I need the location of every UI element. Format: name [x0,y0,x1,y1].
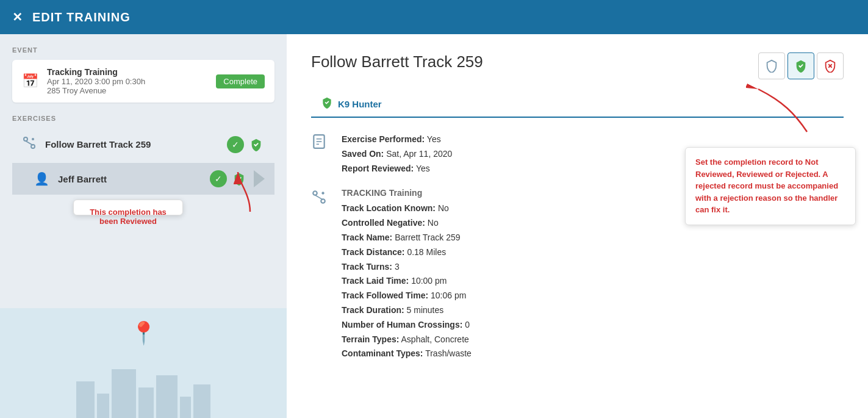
sidebar: EVENT 📅 Tracking Training Apr 11, 2020 3… [0,34,287,418]
content-title: Follow Barrett Track 259 [311,52,483,71]
svg-point-2 [32,138,34,140]
tooltip-reviewed: This completion has been Reviewed [73,200,183,215]
controlled-negative-line: Controlled Negative: No [342,216,472,231]
exercise-shield-button[interactable] [248,136,265,153]
rejected-button[interactable] [817,52,844,79]
event-address: 285 Troy Avenue [47,86,216,95]
svg-point-14 [321,192,324,195]
report-reviewed-label: Report Reviewed: [342,164,414,173]
event-name: Tracking Training [47,67,216,77]
exercise-performed-line: Exercise Performed: Yes [342,132,452,147]
exercise-row-main[interactable]: Follow Barrett Track 259 ✓ [12,128,274,160]
event-date: Apr 11, 2020 3:00 pm 0:30h [47,77,216,86]
exercise-check-button[interactable]: ✓ [227,136,244,153]
exercise-name: Follow Barrett Track 259 [45,139,227,150]
close-button[interactable]: ✕ [12,10,23,24]
calendar-icon: 📅 [22,73,38,89]
track-distance-line: Track Distance: 0.18 Miles [342,245,472,260]
tracking-info-content: TRACKING Training Track Location Known: … [342,188,472,361]
saved-on-line: Saved On: Sat, Apr 11, 2020 [342,147,452,162]
tooltip-review-info: Set the completion record to Not Reviewe… [685,147,856,225]
map-pin-icon: 📍 [130,320,157,346]
person-icon: 👤 [34,171,49,186]
tracking-icon [311,189,329,209]
exercise-track-icon [22,135,37,153]
document-icon [311,134,329,153]
track-location-line: Track Location Known: No [342,201,472,216]
tab-label: K9 Hunter [338,99,382,109]
arrow-annotation-right [746,83,831,144]
saved-on-value: Sat, Apr 11, 2020 [386,149,452,159]
content-area: Follow Barrett Track 259 [287,34,868,418]
reviewed-button[interactable] [787,52,814,79]
map-buildings [76,369,210,418]
exercise-performed-label: Exercise Performed: [342,134,425,144]
event-section-label: EVENT [12,46,274,54]
track-duration-line: Track Duration: 5 minutes [342,303,472,318]
tab-k9hunter[interactable]: K9 Hunter [311,92,392,117]
track-name-line: Track Name: Barrett Track 259 [342,231,472,245]
sub-exercise-check-button[interactable]: ✓ [210,170,227,187]
track-turns-line: Track Turns: 3 [342,260,472,275]
arrow-annotation-left [232,169,268,218]
svg-point-12 [313,192,317,196]
human-crossings-line: Number of Human Crossings: 0 [342,318,472,333]
track-laid-time-line: Track Laid Time: 10:00 pm [342,274,472,289]
exercise-performed-value: Yes [427,134,441,144]
sub-exercise-name: Jeff Barrett [58,174,210,184]
header: ✕ EDIT TRAINING [0,0,868,34]
page-title: EDIT TRAINING [32,10,131,24]
event-info: Tracking Training Apr 11, 2020 3:00 pm 0… [47,67,216,95]
tab-shield-icon [321,96,333,112]
track-followed-time-line: Track Followed Time: 10:06 pm [342,289,472,303]
svg-point-0 [24,137,27,141]
terrain-types-line: Terrain Types: Asphalt, Concrete [342,333,472,347]
svg-line-3 [26,141,33,145]
exercises-section-label: EXERCISES [12,115,274,122]
content-header: Follow Barrett Track 259 [311,52,844,79]
tracking-section-title: TRACKING Training [342,188,472,198]
review-buttons-group [758,52,844,79]
not-reviewed-button[interactable] [758,52,785,79]
status-badge: Complete [216,74,265,88]
svg-line-15 [315,195,323,200]
exercise-actions: ✓ [227,136,265,153]
map-area: 📍 [0,308,287,418]
event-card: 📅 Tracking Training Apr 11, 2020 3:00 pm… [12,60,274,103]
saved-on-label: Saved On: [342,149,384,159]
report-reviewed-value: Yes [416,164,430,173]
main-layout: EVENT 📅 Tracking Training Apr 11, 2020 3… [0,34,868,418]
contaminant-types-line: Contaminant Types: Trash/waste [342,347,472,361]
report-reviewed-line: Report Reviewed: Yes [342,162,452,176]
exercise-info-content: Exercise Performed: Yes Saved On: Sat, A… [342,132,452,176]
